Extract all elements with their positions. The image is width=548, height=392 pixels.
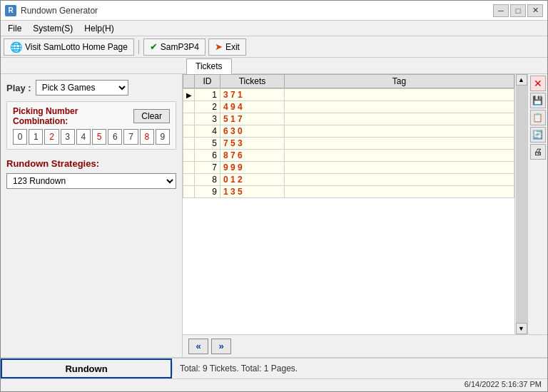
row-id: 8 xyxy=(195,174,220,186)
next-page-button[interactable]: » xyxy=(211,339,231,354)
close-button[interactable]: ✕ xyxy=(527,4,543,17)
table-row[interactable]: 68 7 6 xyxy=(183,150,514,162)
num-btn-8[interactable]: 8 xyxy=(140,129,154,145)
scroll-down-btn[interactable]: ▼ xyxy=(516,323,527,334)
window-controls: ─ □ ✕ xyxy=(493,4,543,17)
scrollbar-area: ▲ ▼ xyxy=(514,74,527,334)
row-ticket: 4 9 4 xyxy=(220,101,285,113)
nav-bar: « » xyxy=(183,334,547,357)
row-ticket: 8 7 6 xyxy=(220,150,285,162)
bottom-bar: Rundown Total: 9 Tickets. Total: 1 Pages… xyxy=(1,357,547,378)
row-arrow xyxy=(183,162,195,174)
num-btn-4[interactable]: 4 xyxy=(76,129,91,145)
play-row: Play : Pick 3 Games Pick 4 Games xyxy=(6,80,176,96)
print-icon-btn[interactable]: 🖨 xyxy=(530,144,546,160)
toolbar-separator xyxy=(138,40,139,54)
refresh-icon-btn[interactable]: 🔄 xyxy=(530,127,546,143)
tickets-table-body: ▶13 7 124 9 435 1 746 3 057 5 368 7 679 … xyxy=(183,88,514,198)
row-id: 9 xyxy=(195,186,220,198)
samp3p4-button[interactable]: ✔ SamP3P4 xyxy=(143,38,206,56)
minimize-button[interactable]: ─ xyxy=(493,4,509,17)
table-row[interactable]: ▶13 7 1 xyxy=(183,89,514,101)
content-area: ID Tickets Tag xyxy=(183,74,547,357)
play-select[interactable]: Pick 3 Games Pick 4 Games xyxy=(36,80,128,96)
right-panel: ID Tickets Tag xyxy=(183,74,547,357)
copy-icon-btn[interactable]: 📋 xyxy=(530,110,546,125)
title-bar: R Rundown Generator ─ □ ✕ xyxy=(1,1,547,21)
row-tag xyxy=(285,150,514,162)
num-btn-6[interactable]: 6 xyxy=(108,129,122,145)
num-btn-2[interactable]: 2 xyxy=(44,129,59,145)
title-bar-left: R Rundown Generator xyxy=(5,5,98,16)
table-row[interactable]: 46 3 0 xyxy=(183,125,514,138)
menu-file[interactable]: File xyxy=(4,22,26,35)
table-row[interactable]: 24 9 4 xyxy=(183,101,514,113)
home-label: Visit SamLotto Home Page xyxy=(25,42,128,52)
tickets-inner: ID Tickets Tag xyxy=(183,74,514,334)
main-window: R Rundown Generator ─ □ ✕ File System(S)… xyxy=(0,0,548,392)
scroll-track xyxy=(516,86,527,323)
tickets-area: ID Tickets Tag xyxy=(183,74,547,334)
num-btn-9[interactable]: 9 xyxy=(156,129,170,145)
globe-icon: 🌐 xyxy=(10,41,22,53)
datetime-bar: 6/14/2022 5:16:37 PM xyxy=(1,378,547,391)
row-arrow xyxy=(183,150,195,162)
menu-bar: File System(S) Help(H) xyxy=(1,21,547,36)
table-scroll-body[interactable]: ▶13 7 124 9 435 1 746 3 057 5 368 7 679 … xyxy=(183,88,514,334)
num-btn-1[interactable]: 1 xyxy=(29,129,43,145)
row-ticket: 7 5 3 xyxy=(220,138,285,150)
tickets-table-header: ID Tickets Tag xyxy=(183,74,514,88)
row-id: 6 xyxy=(195,150,220,162)
exit-button[interactable]: ➤ Exit xyxy=(208,38,246,56)
main-content: Play : Pick 3 Games Pick 4 Games Picking… xyxy=(1,74,547,357)
row-id: 4 xyxy=(195,125,220,138)
strategy-select[interactable]: 123 Rundown xyxy=(6,173,176,189)
table-row[interactable]: 79 9 9 xyxy=(183,162,514,174)
table-row[interactable]: 35 1 7 xyxy=(183,113,514,125)
num-btn-0[interactable]: 0 xyxy=(13,129,27,145)
menu-system[interactable]: System(S) xyxy=(29,22,77,35)
home-button[interactable]: 🌐 Visit SamLotto Home Page xyxy=(4,38,134,56)
delete-icon-btn[interactable]: ✕ xyxy=(530,76,546,91)
rundown-button[interactable]: Rundown xyxy=(1,359,172,378)
clear-button[interactable]: Clear xyxy=(133,109,170,123)
exit-label: Exit xyxy=(225,42,240,52)
status-bar: Total: 9 Tickets. Total: 1 Pages. xyxy=(172,362,547,375)
row-tag xyxy=(285,125,514,138)
number-buttons: 0 1 2 3 4 5 6 7 8 9 xyxy=(13,129,170,145)
strategies-section: Rundown Strategies: 123 Rundown xyxy=(6,158,176,189)
row-ticket: 6 3 0 xyxy=(220,125,285,138)
right-icons: ✕ 💾 📋 🔄 🖨 xyxy=(527,74,547,334)
table-row[interactable]: 57 5 3 xyxy=(183,138,514,150)
prev-page-button[interactable]: « xyxy=(188,339,208,354)
col-tag-header: Tag xyxy=(285,75,514,88)
app-icon: R xyxy=(5,5,16,16)
num-btn-5[interactable]: 5 xyxy=(92,129,106,145)
row-arrow xyxy=(183,174,195,186)
row-id: 7 xyxy=(195,162,220,174)
tab-tickets[interactable]: Tickets xyxy=(186,58,232,74)
number-header: Picking Number Combination: Clear xyxy=(13,106,170,126)
check-icon: ✔ xyxy=(150,41,158,52)
col-id-header: ID xyxy=(195,75,220,88)
samp3p4-label: SamP3P4 xyxy=(161,42,199,52)
num-btn-7[interactable]: 7 xyxy=(123,129,138,145)
maximize-button[interactable]: □ xyxy=(510,4,526,17)
left-panel: Play : Pick 3 Games Pick 4 Games Picking… xyxy=(1,74,183,357)
table-row[interactable]: 91 3 5 xyxy=(183,186,514,198)
tab-bar: Tickets xyxy=(1,58,547,74)
save-icon-btn[interactable]: 💾 xyxy=(530,93,546,108)
row-arrow: ▶ xyxy=(183,89,195,101)
row-ticket: 9 9 9 xyxy=(220,162,285,174)
row-id: 3 xyxy=(195,113,220,125)
tab-tickets-label: Tickets xyxy=(196,61,223,71)
table-row[interactable]: 80 1 2 xyxy=(183,174,514,186)
table-body: ▶13 7 124 9 435 1 746 3 057 5 368 7 679 … xyxy=(183,89,514,198)
picking-label: Picking Number Combination: xyxy=(13,106,133,126)
toolbar: 🌐 Visit SamLotto Home Page ✔ SamP3P4 ➤ E… xyxy=(1,36,547,58)
strategies-label: Rundown Strategies: xyxy=(6,158,176,169)
num-btn-3[interactable]: 3 xyxy=(61,129,75,145)
scroll-up-btn[interactable]: ▲ xyxy=(516,74,527,86)
menu-help[interactable]: Help(H) xyxy=(80,22,118,35)
row-tag xyxy=(285,101,514,113)
